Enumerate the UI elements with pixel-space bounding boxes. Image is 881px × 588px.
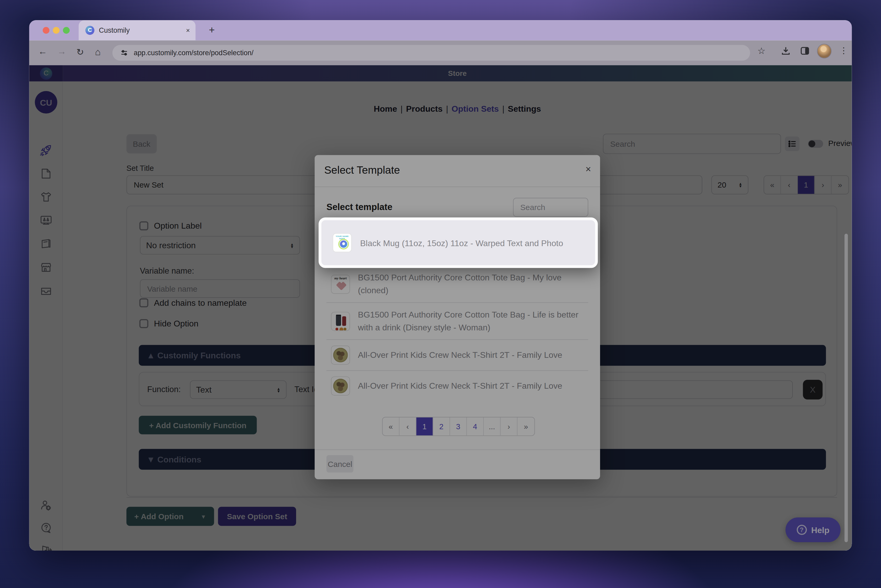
side-panel-icon[interactable] xyxy=(800,46,810,56)
address-bar[interactable]: app.customily.com/store/podSelection/ xyxy=(113,45,750,61)
highlighted-template-item[interactable]: Black Mug (11oz, 15oz) 11oz - Warped Tex… xyxy=(318,218,598,268)
window-minimize-button[interactable] xyxy=(53,27,60,34)
customily-favicon: C xyxy=(85,26,94,35)
site-settings-icon[interactable] xyxy=(120,49,128,57)
browser-menu-icon[interactable]: ⋮ xyxy=(839,45,848,56)
window-zoom-button[interactable] xyxy=(63,27,70,34)
window-close-button[interactable] xyxy=(43,27,50,34)
new-tab-button[interactable]: + xyxy=(206,24,218,36)
tab-strip: C Customily × + xyxy=(29,20,852,40)
url-text: app.customily.com/store/podSelection/ xyxy=(134,49,254,57)
back-icon[interactable]: ← xyxy=(38,46,47,57)
bookmark-star-icon[interactable]: ☆ xyxy=(758,45,765,56)
browser-toolbar: ← → ↻ ⌂ app.customily.com/store/podSelec… xyxy=(29,40,852,65)
browser-window: C Customily × + ← → ↻ ⌂ app.customily.co… xyxy=(29,20,852,550)
profile-avatar[interactable] xyxy=(817,44,831,58)
home-icon[interactable]: ⌂ xyxy=(95,46,101,58)
page-viewport: Store C CU xyxy=(29,65,852,550)
tour-overlay xyxy=(29,65,852,550)
downloads-icon[interactable] xyxy=(781,46,791,56)
tab-close-icon[interactable]: × xyxy=(186,26,190,34)
desktop: C Customily × + ← → ↻ ⌂ app.customily.co… xyxy=(0,0,881,588)
forward-icon[interactable]: → xyxy=(57,46,66,57)
template-thumbnail xyxy=(333,233,352,252)
browser-tab[interactable]: C Customily × xyxy=(79,20,196,40)
reload-icon[interactable]: ↻ xyxy=(77,46,84,57)
tab-title: Customily xyxy=(99,26,182,34)
